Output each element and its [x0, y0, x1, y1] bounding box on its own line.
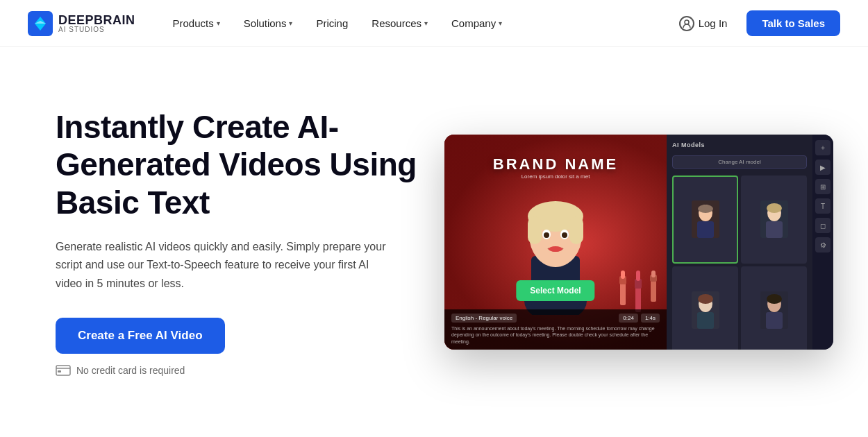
demo-container: BRAND NAME Lorem ipsum dolor sit a met — [444, 135, 833, 350]
nav-company[interactable]: Company ▾ — [442, 12, 512, 35]
brand-name-overlay: BRAND NAME — [493, 155, 618, 173]
nav-pricing-label: Pricing — [316, 17, 348, 29]
svg-rect-9 — [528, 216, 542, 244]
create-free-video-button[interactable]: Create a Free AI Video — [56, 318, 225, 354]
model-thumb-2[interactable] — [741, 175, 807, 264]
brand-subtitle-overlay: Lorem ipsum dolor sit a met — [521, 173, 590, 180]
nav-company-label: Company — [451, 17, 496, 29]
video-bottom-bar: English - Regular voice 0:24 1:4s This i… — [444, 309, 667, 350]
chevron-down-icon: ▾ — [499, 19, 502, 27]
nav-links: Products ▾ Solutions ▾ Pricing Resources… — [163, 12, 668, 35]
user-icon — [679, 16, 694, 31]
svg-rect-21 — [636, 271, 640, 281]
video-icon-button[interactable]: ▶ — [815, 160, 831, 175]
nav-resources[interactable]: Resources ▾ — [362, 12, 437, 35]
nav-solutions[interactable]: Solutions ▾ — [234, 12, 303, 35]
talk-sales-label: Talk to Sales — [762, 17, 825, 29]
shape-icon-button[interactable]: ◻ — [815, 218, 831, 233]
model-thumb-3[interactable] — [672, 266, 738, 350]
no-credit-card-notice: No credit card is required — [56, 365, 417, 376]
svg-point-13 — [544, 232, 549, 238]
svg-rect-40 — [766, 312, 783, 329]
add-icon-button[interactable]: ＋ — [815, 140, 831, 155]
chevron-down-icon: ▾ — [217, 19, 220, 27]
svg-point-35 — [698, 294, 713, 304]
svg-point-31 — [767, 203, 782, 213]
brand-name: DEEPBRAIN — [58, 14, 135, 26]
hero-left: Instantly Create AI-Generated Videos Usi… — [56, 108, 417, 376]
script-preview-text: This is an announcement about today's me… — [451, 325, 660, 345]
sidebar-panel-title: AI Models — [672, 140, 807, 151]
svg-rect-28 — [697, 221, 714, 238]
hero-description: Generate realistic AI videos quickly and… — [56, 238, 396, 293]
settings-icon-button[interactable]: ⚙ — [815, 237, 831, 252]
svg-rect-24 — [651, 271, 656, 277]
navbar: DEEPBRAIN AI STUDIOS Products ▾ Solution… — [0, 0, 868, 47]
svg-rect-18 — [621, 271, 625, 279]
duration-badge-1: 0:24 — [619, 314, 638, 323]
svg-rect-10 — [569, 216, 583, 244]
svg-point-1 — [685, 20, 689, 24]
icon-sidebar: ＋ ▶ ⊞ T ◻ ⚙ — [812, 135, 833, 350]
text-icon-button[interactable]: T — [815, 198, 831, 214]
hero-title: Instantly Create AI-Generated Videos Usi… — [56, 108, 417, 221]
nav-right: Log In Talk to Sales — [668, 10, 840, 37]
logo[interactable]: DEEPBRAIN AI STUDIOS — [28, 11, 135, 36]
svg-rect-4 — [58, 370, 61, 372]
nav-products-label: Products — [173, 17, 214, 29]
nav-pricing[interactable]: Pricing — [306, 12, 358, 35]
image-icon-button[interactable]: ⊞ — [815, 179, 831, 194]
login-button[interactable]: Log In — [668, 10, 739, 37]
no-credit-card-text: No credit card is required — [76, 365, 185, 376]
svg-point-39 — [767, 294, 782, 304]
video-panel: BRAND NAME Lorem ipsum dolor sit a met — [444, 135, 667, 350]
language-badge: English - Regular voice — [451, 314, 517, 323]
svg-point-27 — [698, 205, 713, 213]
talk-to-sales-button[interactable]: Talk to Sales — [746, 10, 840, 36]
svg-rect-32 — [766, 221, 783, 238]
model-grid — [672, 175, 807, 350]
model-thumb-1[interactable] — [672, 175, 738, 264]
main-content: Instantly Create AI-Generated Videos Usi… — [0, 47, 868, 437]
svg-point-14 — [562, 232, 567, 238]
ai-models-sidebar: AI Models Change AI model — [667, 135, 812, 350]
nav-products[interactable]: Products ▾ — [163, 12, 230, 35]
model-thumb-4[interactable] — [741, 266, 807, 350]
login-label: Log In — [699, 17, 728, 29]
select-model-button[interactable]: Select Model — [516, 280, 594, 301]
chevron-down-icon: ▾ — [424, 19, 428, 27]
change-ai-model-button[interactable]: Change AI model — [672, 155, 807, 169]
nav-resources-label: Resources — [372, 17, 422, 29]
nav-solutions-label: Solutions — [244, 17, 287, 29]
hero-right: BRAND NAME Lorem ipsum dolor sit a met — [444, 135, 833, 350]
duration-badge-2: 1:4s — [641, 314, 660, 323]
svg-rect-36 — [697, 312, 714, 329]
logo-icon — [28, 11, 53, 36]
brand-sub: AI STUDIOS — [58, 26, 135, 33]
credit-card-icon — [56, 365, 71, 376]
svg-point-15 — [549, 246, 562, 252]
chevron-down-icon: ▾ — [289, 19, 292, 27]
